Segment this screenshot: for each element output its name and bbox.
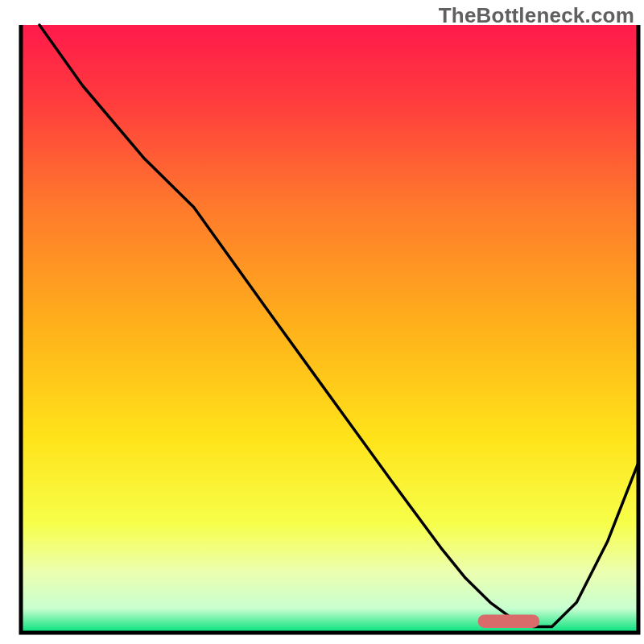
chart-container: TheBottleneck.com	[0, 0, 644, 644]
optimal-range-marker	[478, 614, 540, 628]
watermark-text: TheBottleneck.com	[439, 3, 634, 28]
bottleneck-chart	[0, 0, 644, 644]
plot-gradient-background	[21, 25, 638, 633]
